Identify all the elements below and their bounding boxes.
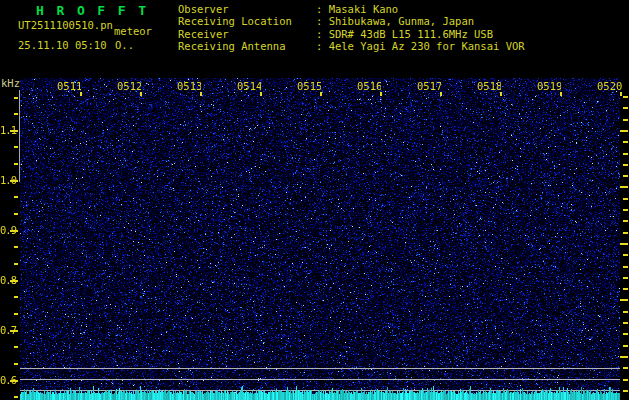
time-label: 0511: [57, 80, 81, 92]
right-major-tick: [620, 186, 628, 188]
time-tick: [200, 92, 202, 96]
time-label: 0515: [297, 80, 321, 92]
right-minor-tick: [623, 141, 628, 143]
right-minor-tick: [623, 277, 628, 279]
freq-minor-tick: [14, 196, 18, 198]
time-tick: [620, 92, 622, 96]
freq-minor-tick: [14, 396, 18, 398]
time-label: 0516: [357, 80, 381, 92]
right-minor-tick: [623, 288, 628, 290]
time-tick: [560, 92, 562, 96]
time-label: 0518: [477, 80, 501, 92]
right-minor-tick: [623, 153, 628, 155]
right-minor-tick: [623, 266, 628, 268]
freq-major-tick: [10, 180, 18, 182]
right-major-tick: [620, 356, 628, 358]
right-minor-tick: [623, 209, 628, 211]
freq-minor-tick: [14, 213, 18, 215]
time-label: 0513: [177, 80, 201, 92]
freq-major-tick: [10, 280, 18, 282]
right-minor-tick: [623, 175, 628, 177]
freq-minor-tick: [14, 363, 18, 365]
time-label: 0519: [537, 80, 561, 92]
freq-major-tick: [10, 330, 18, 332]
freq-major-tick: [10, 130, 18, 132]
time-tick: [440, 92, 442, 96]
right-minor-tick: [623, 96, 628, 98]
time-label: 0512: [117, 80, 141, 92]
time-tick: [500, 92, 502, 96]
right-minor-tick: [623, 345, 628, 347]
freq-minor-tick: [14, 163, 18, 165]
right-minor-tick: [623, 232, 628, 234]
time-tick: [320, 92, 322, 96]
right-minor-tick: [623, 198, 628, 200]
right-major-tick: [620, 243, 628, 245]
time-label: 0517: [417, 80, 441, 92]
right-major-tick: [620, 299, 628, 301]
time-tick: [80, 92, 82, 96]
freq-minor-tick: [14, 263, 18, 265]
right-minor-tick: [623, 220, 628, 222]
right-minor-tick: [623, 322, 628, 324]
right-minor-tick: [623, 254, 628, 256]
right-minor-tick: [623, 164, 628, 166]
freq-minor-tick: [14, 346, 18, 348]
right-minor-tick: [623, 311, 628, 313]
freq-minor-tick: [14, 313, 18, 315]
time-tick: [260, 92, 262, 96]
axis-overlay: 0511051205130514051505160517051805190520…: [0, 0, 629, 400]
freq-major-tick: [10, 380, 18, 382]
freq-minor-tick: [14, 97, 18, 99]
right-minor-tick: [623, 333, 628, 335]
freq-minor-tick: [14, 246, 18, 248]
freq-major-tick: [10, 230, 18, 232]
right-minor-tick: [623, 107, 628, 109]
time-tick: [140, 92, 142, 96]
right-minor-tick: [623, 379, 628, 381]
time-tick: [380, 92, 382, 96]
right-minor-tick: [623, 367, 628, 369]
right-minor-tick: [623, 390, 628, 392]
freq-minor-tick: [14, 146, 18, 148]
freq-minor-tick: [14, 296, 18, 298]
time-label: 0520: [597, 80, 629, 92]
freq-minor-tick: [14, 113, 18, 115]
right-major-tick: [620, 130, 628, 132]
hrofft-output-screen: H R O F F T UT2511100510.pn meteor 25.11…: [0, 0, 629, 400]
time-label: 0514: [237, 80, 261, 92]
right-minor-tick: [623, 119, 628, 121]
